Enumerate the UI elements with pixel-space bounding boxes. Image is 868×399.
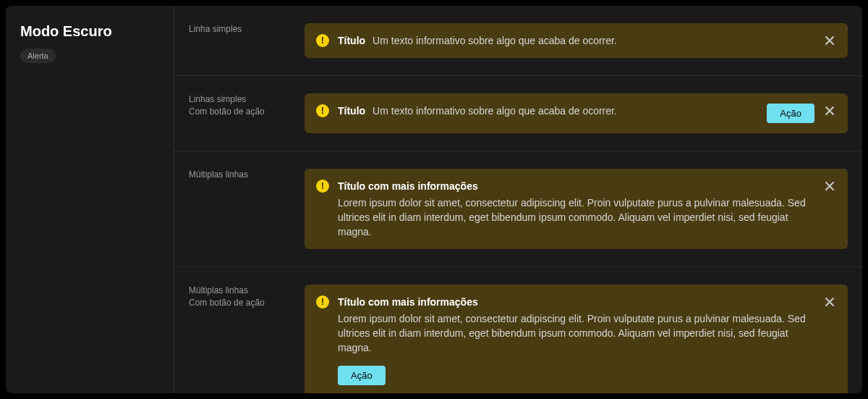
- variant-row-single-line-action: Linhas simples Com botão de ação Título …: [174, 76, 862, 151]
- alert-title: Título: [338, 33, 365, 48]
- variant-label: Múltiplas linhas Com botão de ação: [189, 285, 305, 393]
- alert-title: Título: [338, 104, 365, 118]
- alert-text: Lorem ipsum dolor sit amet, consectetur …: [338, 196, 814, 240]
- close-button[interactable]: [823, 295, 836, 308]
- category-badge: Alerta: [20, 49, 56, 63]
- close-button[interactable]: [823, 34, 836, 47]
- variant-row-multiline-action: Múltiplas linhas Com botão de ação Títul…: [174, 267, 862, 393]
- variant-row-single-line: Linha simples Título Um texto informativ…: [174, 6, 862, 76]
- alert-text: Um texto informativo sobre algo que acab…: [373, 33, 617, 48]
- variant-row-multiline: Múltiplas linhas Título com mais informa…: [174, 151, 862, 267]
- alert-multiline: Título com mais informações Lorem ipsum …: [305, 169, 848, 249]
- variant-label-line1: Linha simples: [189, 23, 305, 35]
- close-icon: [825, 181, 835, 191]
- variant-label: Múltiplas linhas: [189, 169, 305, 249]
- alert-text: Um texto informativo sobre algo que acab…: [373, 104, 617, 118]
- alert-single-line-action: Título Um texto informativo sobre algo q…: [305, 93, 848, 133]
- variant-label-line2: Com botão de ação: [189, 297, 305, 309]
- alert-title: Título com mais informações: [338, 179, 814, 193]
- variant-label-line1: Linhas simples: [189, 93, 305, 106]
- variant-label-line1: Múltiplas linhas: [189, 169, 305, 181]
- alert-single-line: Título Um texto informativo sobre algo q…: [305, 23, 848, 58]
- action-button[interactable]: Ação: [767, 104, 814, 123]
- alert-text: Lorem ipsum dolor sit amet, consectetur …: [338, 311, 814, 356]
- sidebar: Modo Escuro Alerta: [6, 6, 174, 393]
- variant-label: Linha simples: [189, 23, 305, 58]
- page-title: Modo Escuro: [20, 23, 159, 40]
- close-icon: [825, 106, 835, 116]
- warning-icon: [316, 34, 329, 47]
- variant-label-line2: Com botão de ação: [189, 106, 305, 118]
- alert-title: Título com mais informações: [338, 295, 814, 309]
- warning-icon: [316, 104, 329, 117]
- close-button[interactable]: [823, 104, 836, 117]
- variant-label-line1: Múltiplas linhas: [189, 285, 305, 297]
- action-button[interactable]: Ação: [338, 366, 386, 385]
- alert-multiline-action: Título com mais informações Lorem ipsum …: [305, 285, 848, 393]
- close-icon: [825, 297, 835, 307]
- main-content: Linha simples Título Um texto informativ…: [174, 6, 862, 393]
- warning-icon: [316, 180, 329, 193]
- warning-icon: [316, 295, 329, 308]
- close-button[interactable]: [823, 180, 836, 193]
- close-icon: [825, 35, 835, 46]
- variant-label: Linhas simples Com botão de ação: [189, 93, 305, 133]
